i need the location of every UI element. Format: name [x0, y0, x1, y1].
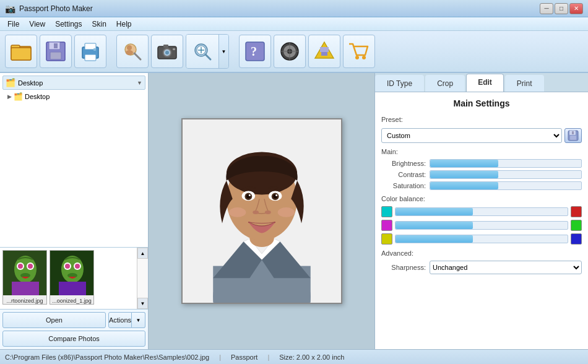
left-panel: 🗂️ Desktop ▼ ▶ 🗂️ Desktop [0, 73, 149, 349]
svg-point-69 [248, 194, 250, 196]
svg-point-50 [65, 264, 70, 269]
brightness-slider[interactable] [430, 159, 582, 168]
menu-skin[interactable]: Skin [87, 19, 111, 30]
svg-point-36 [355, 56, 359, 59]
svg-text:?: ? [251, 45, 257, 58]
svg-point-43 [28, 264, 33, 269]
svg-point-13 [127, 45, 132, 50]
minimize-button[interactable]: ─ [540, 3, 553, 14]
menu-settings[interactable]: Settings [50, 19, 87, 30]
camera-button[interactable] [151, 35, 183, 68]
open-file-button[interactable] [5, 35, 37, 68]
saturation-slider[interactable] [430, 181, 582, 190]
saturation-label: Saturation: [381, 182, 426, 189]
svg-rect-6 [54, 43, 58, 48]
yellow-swatch [381, 233, 392, 245]
help-button[interactable]: ? [239, 35, 271, 68]
right-panel: ID Type Crop Edit Print Main Settings Pr… [374, 73, 588, 349]
close-button[interactable]: ✕ [569, 3, 583, 14]
svg-point-37 [362, 56, 366, 59]
zoom-dropdown-button[interactable]: ▼ [218, 35, 228, 68]
svg-point-72 [264, 210, 270, 214]
save-preset-button[interactable] [564, 128, 582, 143]
yellow-blue-slider[interactable] [395, 235, 568, 243]
svg-point-71 [253, 210, 259, 214]
svg-rect-10 [93, 48, 96, 51]
svg-point-70 [275, 194, 277, 196]
search-people-button[interactable] [116, 35, 149, 68]
folder-name: Desktop [18, 79, 137, 87]
panel-title: Main Settings [381, 98, 582, 108]
scroll-track [137, 259, 148, 298]
status-size: Size: 2.00 x 2.00 inch [279, 353, 344, 361]
thumbnail-area: ...rtoonized.jpg [0, 247, 148, 309]
svg-rect-53 [59, 282, 86, 295]
export-button[interactable] [308, 35, 340, 68]
brightness-row: Brightness: [381, 159, 582, 168]
maximize-button[interactable]: □ [555, 3, 568, 14]
tab-print[interactable]: Print [505, 75, 544, 92]
zoom-split-button: ▼ [186, 34, 229, 69]
magenta-swatch [381, 220, 392, 231]
scroll-up-arrow[interactable]: ▲ [137, 248, 148, 259]
tabs: ID Type Crop Edit Print [375, 73, 588, 92]
svg-point-47 [61, 256, 84, 283]
actions-button[interactable]: Actions [108, 312, 132, 328]
zoom-main-button[interactable] [186, 35, 218, 68]
compare-photos-button[interactable]: Compare Photos [2, 331, 145, 347]
svg-rect-20 [173, 48, 175, 50]
status-bar: C:\Program Files (x86)\Passport Photo Ma… [0, 349, 588, 364]
svg-rect-5 [50, 52, 61, 59]
title-bar: 📷 Passport Photo Maker ─ □ ✕ [0, 0, 588, 17]
menu-file[interactable]: File [2, 19, 24, 30]
yellow-blue-row [381, 233, 582, 245]
scroll-down-arrow[interactable]: ▼ [137, 298, 148, 309]
main-area: 🗂️ Desktop ▼ ▶ 🗂️ Desktop [0, 73, 588, 349]
svg-rect-45 [12, 282, 39, 295]
svg-rect-35 [320, 47, 329, 52]
app-icon: 📷 [5, 4, 15, 14]
menu-help[interactable]: Help [111, 19, 137, 30]
folder-tree: 🗂️ Desktop ▼ ▶ 🗂️ Desktop [0, 73, 148, 247]
sharpness-label: Sharpness: [381, 264, 426, 271]
chevron-down-icon: ▼ [137, 80, 142, 86]
thumbnail-scrollbar[interactable]: ▲ ▼ [137, 248, 148, 309]
contrast-row: Contrast: [381, 170, 582, 179]
tab-id-type[interactable]: ID Type [375, 75, 424, 92]
preset-select-row: Custom Default Portrait Black & White [381, 128, 582, 143]
menu-view[interactable]: View [24, 19, 50, 30]
tab-edit[interactable]: Edit [466, 74, 504, 92]
window-controls: ─ □ ✕ [540, 3, 583, 14]
contrast-slider[interactable] [430, 170, 582, 179]
folder-small-icon: 🗂️ [14, 92, 23, 101]
photo-area [149, 73, 374, 349]
cyan-red-row [381, 206, 582, 217]
folder-icon: 🗂️ [6, 78, 15, 87]
svg-line-23 [205, 54, 210, 59]
svg-point-39 [14, 256, 37, 283]
actions-dropdown-button[interactable]: ▼ [132, 312, 145, 328]
tab-crop[interactable]: Crop [425, 75, 465, 92]
svg-point-42 [18, 264, 23, 269]
cyan-red-slider[interactable] [395, 207, 568, 216]
folder-dropdown[interactable]: 🗂️ Desktop ▼ [2, 76, 145, 90]
video-button[interactable] [274, 35, 306, 68]
svg-point-51 [75, 264, 80, 269]
svg-rect-77 [570, 136, 576, 140]
cart-button[interactable] [343, 35, 375, 68]
save-button[interactable] [40, 35, 72, 68]
svg-line-12 [134, 53, 141, 59]
thumbnail-1[interactable]: ...rtoonized.jpg [2, 250, 47, 305]
thumbnail-scroll: ...rtoonized.jpg [0, 248, 137, 309]
desktop-folder-item[interactable]: ▶ 🗂️ Desktop [2, 91, 145, 102]
advanced-section-label: Advanced: [381, 249, 582, 257]
preset-select[interactable]: Custom Default Portrait Black & White [381, 128, 562, 143]
open-button[interactable]: Open [2, 312, 106, 328]
thumbnail-2[interactable]: ...oonized_1.jpg [50, 250, 94, 305]
svg-point-18 [165, 51, 169, 54]
edit-panel-content: Main Settings Preset: Custom Default Por… [375, 92, 588, 349]
preset-label: Preset: [381, 116, 403, 123]
sharpness-select[interactable]: Unchanged Sharpen Soften Very Sharp [430, 261, 582, 274]
print-button[interactable] [74, 35, 106, 68]
magenta-green-slider[interactable] [395, 221, 568, 230]
